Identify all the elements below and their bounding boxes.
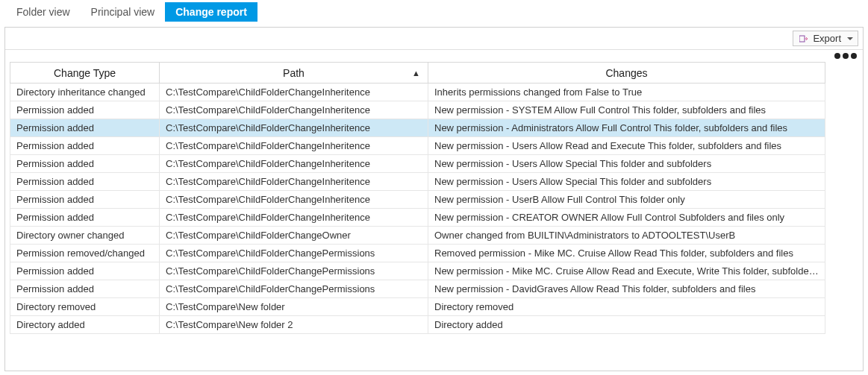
table-row[interactable]: Permission addedC:\TestCompare\ChildFold… bbox=[10, 137, 825, 155]
tab-principal-view[interactable]: Principal view bbox=[81, 2, 166, 22]
grid-options-dots[interactable] bbox=[5, 50, 863, 62]
cell-type: Directory owner changed bbox=[10, 227, 160, 245]
export-button[interactable]: Export bbox=[793, 31, 858, 46]
col-header-changes[interactable]: Changes bbox=[428, 63, 825, 83]
export-icon bbox=[799, 34, 808, 43]
cell-path: C:\TestCompare\ChildFolderChangeInherite… bbox=[160, 101, 428, 119]
cell-type: Permission added bbox=[10, 155, 160, 173]
cell-changes: Inherits permissions changed from False … bbox=[428, 83, 825, 101]
cell-type: Permission removed/changed bbox=[10, 245, 160, 262]
col-header-label: Path bbox=[283, 67, 305, 79]
toolbar: Export bbox=[5, 28, 863, 50]
table-row[interactable]: Permission addedC:\TestCompare\ChildFold… bbox=[10, 262, 825, 280]
cell-path: C:\TestCompare\ChildFolderChangeInherite… bbox=[160, 83, 428, 101]
cell-type: Permission added bbox=[10, 262, 160, 280]
cell-path: C:\TestCompare\New folder 2 bbox=[160, 316, 428, 334]
table-row[interactable]: Permission addedC:\TestCompare\ChildFold… bbox=[10, 209, 825, 227]
col-header-label: Change Type bbox=[54, 67, 116, 79]
dot-icon bbox=[851, 53, 857, 59]
dot-icon bbox=[843, 53, 849, 59]
cell-type: Permission added bbox=[10, 137, 160, 155]
cell-type: Directory removed bbox=[10, 298, 160, 316]
cell-path: C:\TestCompare\ChildFolderChangeOwner bbox=[160, 227, 428, 245]
cell-path: C:\TestCompare\ChildFolderChangeInherite… bbox=[160, 119, 428, 137]
dot-icon bbox=[834, 53, 840, 59]
col-header-label: Changes bbox=[605, 67, 647, 79]
cell-type: Permission added bbox=[10, 101, 160, 119]
cell-changes: New permission - Administrators Allow Fu… bbox=[428, 119, 825, 137]
cell-path: C:\TestCompare\ChildFolderChangeInherite… bbox=[160, 155, 428, 173]
cell-path: C:\TestCompare\New folder bbox=[160, 298, 428, 316]
table-row[interactable]: Directory removedC:\TestCompare\New fold… bbox=[10, 298, 825, 316]
cell-changes: New permission - Users Allow Special Thi… bbox=[428, 155, 825, 173]
cell-path: C:\TestCompare\ChildFolderChangeInherite… bbox=[160, 191, 428, 209]
cell-type: Directory added bbox=[10, 316, 160, 334]
svg-rect-0 bbox=[799, 36, 805, 42]
tab-folder-view[interactable]: Folder view bbox=[6, 2, 81, 22]
table-row[interactable]: Directory inheritance changedC:\TestComp… bbox=[10, 83, 825, 101]
changes-grid: Change Type Path ▲ Changes Directory inh… bbox=[10, 62, 825, 334]
cell-path: C:\TestCompare\ChildFolderChangeInherite… bbox=[160, 137, 428, 155]
table-row[interactable]: Permission addedC:\TestCompare\ChildFold… bbox=[10, 101, 825, 119]
cell-type: Permission added bbox=[10, 280, 160, 298]
cell-path: C:\TestCompare\ChildFolderChangePermissi… bbox=[160, 280, 428, 298]
cell-changes: New permission - Mike MC. Cruise Allow R… bbox=[428, 262, 825, 280]
view-tabs: Folder view Principal view Change report bbox=[0, 0, 868, 24]
tab-change-report[interactable]: Change report bbox=[165, 2, 257, 22]
chevron-down-icon bbox=[847, 37, 853, 40]
cell-changes: Directory added bbox=[428, 316, 825, 334]
cell-changes: New permission - DavidGraves Allow Read … bbox=[428, 280, 825, 298]
table-row[interactable]: Permission addedC:\TestCompare\ChildFold… bbox=[10, 155, 825, 173]
cell-changes: Owner changed from BUILTIN\Administrator… bbox=[428, 227, 825, 245]
cell-changes: New permission - SYSTEM Allow Full Contr… bbox=[428, 101, 825, 119]
table-row[interactable]: Permission addedC:\TestCompare\ChildFold… bbox=[10, 280, 825, 298]
cell-type: Permission added bbox=[10, 119, 160, 137]
cell-changes: New permission - CREATOR OWNER Allow Ful… bbox=[428, 209, 825, 227]
cell-changes: New permission - UserB Allow Full Contro… bbox=[428, 191, 825, 209]
cell-type: Permission added bbox=[10, 209, 160, 227]
cell-path: C:\TestCompare\ChildFolderChangePermissi… bbox=[160, 245, 428, 262]
table-row[interactable]: Permission removed/changedC:\TestCompare… bbox=[10, 245, 825, 262]
table-row[interactable]: Directory addedC:\TestCompare\New folder… bbox=[10, 316, 825, 334]
report-panel: Export Change Type Path ▲ bbox=[4, 27, 864, 371]
table-row[interactable]: Directory owner changedC:\TestCompare\Ch… bbox=[10, 227, 825, 245]
table-row[interactable]: Permission addedC:\TestCompare\ChildFold… bbox=[10, 119, 825, 137]
cell-type: Directory inheritance changed bbox=[10, 83, 160, 101]
cell-changes: Removed permission - Mike MC. Cruise All… bbox=[428, 245, 825, 262]
cell-type: Permission added bbox=[10, 191, 160, 209]
sort-asc-icon: ▲ bbox=[412, 69, 420, 78]
cell-path: C:\TestCompare\ChildFolderChangePermissi… bbox=[160, 262, 428, 280]
cell-path: C:\TestCompare\ChildFolderChangeInherite… bbox=[160, 209, 428, 227]
col-header-path[interactable]: Path ▲ bbox=[160, 63, 428, 83]
grid-container: Change Type Path ▲ Changes Directory inh… bbox=[5, 62, 863, 334]
table-row[interactable]: Permission addedC:\TestCompare\ChildFold… bbox=[10, 191, 825, 209]
col-header-change-type[interactable]: Change Type bbox=[10, 63, 160, 83]
cell-changes: New permission - Users Allow Special Thi… bbox=[428, 173, 825, 191]
cell-path: C:\TestCompare\ChildFolderChangeInherite… bbox=[160, 173, 428, 191]
table-row[interactable]: Permission addedC:\TestCompare\ChildFold… bbox=[10, 173, 825, 191]
cell-type: Permission added bbox=[10, 173, 160, 191]
export-label: Export bbox=[813, 33, 841, 44]
cell-changes: Directory removed bbox=[428, 298, 825, 316]
cell-changes: New permission - Users Allow Read and Ex… bbox=[428, 137, 825, 155]
